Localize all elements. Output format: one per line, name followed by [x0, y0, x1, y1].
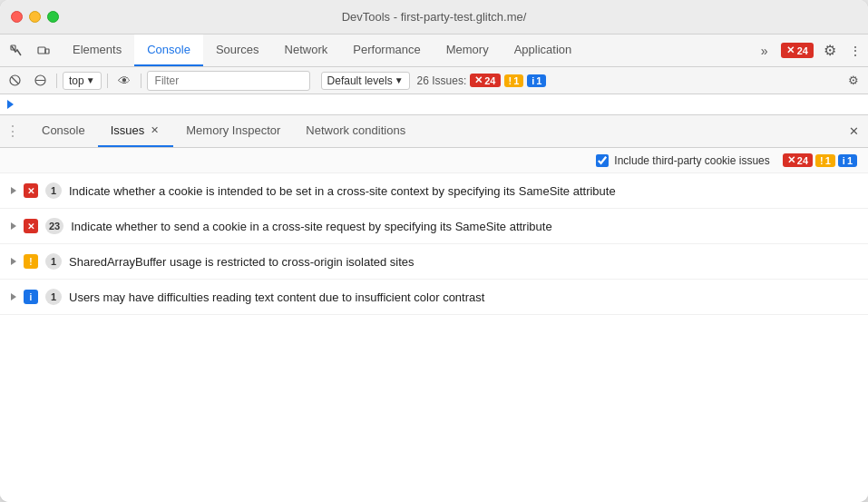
- warning-icon: !: [509, 75, 512, 86]
- panel-tab-console[interactable]: Console: [29, 115, 98, 147]
- block-icon[interactable]: [29, 70, 51, 92]
- issue-expand-chevron[interactable]: [11, 222, 16, 230]
- issue-icon-blue: i: [24, 290, 38, 304]
- issues-error-badge: ✕ 24: [470, 74, 500, 87]
- issue-row[interactable]: ✕1Indicate whether a cookie is intended …: [0, 173, 868, 209]
- panel-tab-memory-inspector[interactable]: Memory Inspector: [173, 115, 293, 147]
- filter-input[interactable]: [147, 71, 310, 91]
- tab-console[interactable]: Console: [134, 34, 203, 66]
- include-error-badge: ✕ 24: [783, 153, 813, 167]
- issue-text: Indicate whether a cookie is intended to…: [69, 184, 857, 198]
- close-button[interactable]: [11, 11, 23, 23]
- include-badges: ✕ 24 ! 1 i 1: [783, 153, 857, 167]
- panel-tab-bar: ⋮ Console Issues ✕ Memory Inspector Netw…: [0, 115, 868, 148]
- info-icon-2: i: [843, 155, 845, 166]
- settings-button[interactable]: ⚙: [817, 38, 843, 64]
- info-icon: i: [532, 75, 534, 86]
- panel-tab-bar-right: ✕: [843, 115, 864, 147]
- issue-count-badge: 23: [45, 218, 63, 234]
- eye-icon[interactable]: 👁: [113, 70, 135, 92]
- issue-rows-container: ✕1Indicate whether a cookie is intended …: [0, 173, 868, 315]
- include-third-party-label: Include third-party cookie issues: [614, 154, 769, 167]
- log-levels-selector[interactable]: Default levels ▼: [321, 72, 410, 90]
- issue-count-badge: 1: [45, 253, 62, 270]
- issue-icon-red: ✕: [24, 219, 38, 233]
- issue-expand-chevron[interactable]: [11, 293, 16, 300]
- toolbar-right: ⚙: [843, 70, 864, 92]
- issue-text: Indicate whether to send a cookie in a c…: [71, 220, 857, 233]
- drag-handle-icon[interactable]: ⋮: [4, 123, 22, 140]
- console-toolbar: top ▼ 👁 Default levels ▼ 26 Issues: ✕ 24…: [0, 67, 868, 94]
- issue-icon-red: ✕: [24, 183, 38, 198]
- panel-tab-network-conditions[interactable]: Network conditions: [293, 115, 418, 147]
- panel-drag-handle: ⋮: [4, 115, 22, 147]
- expand-area: [0, 94, 868, 114]
- more-options-button[interactable]: ⋮: [846, 38, 864, 64]
- include-third-party-checkbox[interactable]: [596, 154, 609, 167]
- close-issues-tab-button[interactable]: ✕: [148, 124, 161, 137]
- panel-content: Include third-party cookie issues ✕ 24 !…: [0, 148, 868, 502]
- include-info-badge: i 1: [838, 154, 857, 167]
- panel-tab-issues[interactable]: Issues ✕: [98, 115, 174, 147]
- issue-expand-chevron[interactable]: [11, 258, 16, 265]
- minimize-button[interactable]: [29, 11, 41, 23]
- panel-tabs: Console Issues ✕ Memory Inspector Networ…: [29, 115, 843, 147]
- chevron-down-icon-levels: ▼: [395, 75, 404, 85]
- traffic-lights: [11, 11, 59, 23]
- tab-elements[interactable]: Elements: [60, 34, 134, 66]
- maximize-button[interactable]: [47, 11, 59, 23]
- include-third-party-row: Include third-party cookie issues ✕ 24 !…: [0, 148, 868, 173]
- main-tabs: Elements Console Sources Network Perform…: [60, 34, 752, 66]
- issue-text: Users may have difficulties reading text…: [69, 290, 857, 304]
- tab-network[interactable]: Network: [272, 34, 341, 66]
- error-icon-small: ✕: [786, 44, 795, 56]
- separator-1: [56, 74, 57, 88]
- tab-bar-icons: [4, 34, 56, 66]
- device-toggle-icon[interactable]: [31, 38, 56, 64]
- warning-icon-2: !: [820, 155, 824, 166]
- tab-sources[interactable]: Sources: [203, 34, 272, 66]
- error-x-icon: ✕: [474, 74, 483, 86]
- issue-count-badge: 1: [45, 182, 62, 199]
- separator-3: [141, 74, 141, 88]
- context-selector[interactable]: top ▼: [63, 72, 102, 90]
- main-tab-bar: Elements Console Sources Network Perform…: [0, 34, 868, 67]
- issue-text: SharedArrayBuffer usage is restricted to…: [69, 255, 857, 269]
- svg-rect-2: [45, 49, 49, 54]
- inspect-icon[interactable]: [4, 38, 29, 64]
- error-x-icon-2: ✕: [787, 154, 795, 166]
- title-bar: DevTools - first-party-test.glitch.me/: [0, 0, 868, 34]
- issues-count-area: 26 Issues: ✕ 24 ! 1 i 1: [417, 74, 547, 87]
- bottom-panel: ⋮ Console Issues ✕ Memory Inspector Netw…: [0, 114, 868, 502]
- issue-row[interactable]: i1Users may have difficulties reading te…: [0, 280, 868, 315]
- clear-console-button[interactable]: [4, 70, 25, 92]
- window-title: DevTools - first-party-test.glitch.me/: [342, 10, 527, 24]
- separator-2: [107, 74, 108, 88]
- more-tabs-button[interactable]: »: [752, 38, 777, 64]
- close-panel-button[interactable]: ✕: [843, 121, 864, 143]
- tab-bar-right: » ✕ 24 ⚙ ⋮: [752, 34, 864, 66]
- expand-chevron[interactable]: [7, 100, 14, 109]
- devtools-window: DevTools - first-party-test.glitch.me/ E…: [0, 0, 868, 502]
- issues-info-badge: i 1: [527, 74, 546, 87]
- tab-performance[interactable]: Performance: [340, 34, 433, 66]
- svg-rect-1: [38, 47, 45, 54]
- issues-warning-badge: ! 1: [504, 74, 524, 87]
- error-count-badge: ✕ 24: [781, 43, 814, 58]
- chevron-down-icon: ▼: [86, 75, 95, 85]
- tab-memory[interactable]: Memory: [434, 34, 502, 66]
- svg-line-4: [12, 77, 18, 84]
- issue-icon-yellow: !: [24, 254, 38, 269]
- issue-expand-chevron[interactable]: [11, 187, 16, 194]
- issue-count-badge: 1: [45, 289, 62, 305]
- tab-application[interactable]: Application: [502, 34, 585, 66]
- issue-row[interactable]: ✕23Indicate whether to send a cookie in …: [0, 209, 868, 244]
- console-settings-button[interactable]: ⚙: [843, 70, 864, 92]
- issue-row[interactable]: !1SharedArrayBuffer usage is restricted …: [0, 244, 868, 280]
- include-warning-badge: ! 1: [815, 154, 835, 167]
